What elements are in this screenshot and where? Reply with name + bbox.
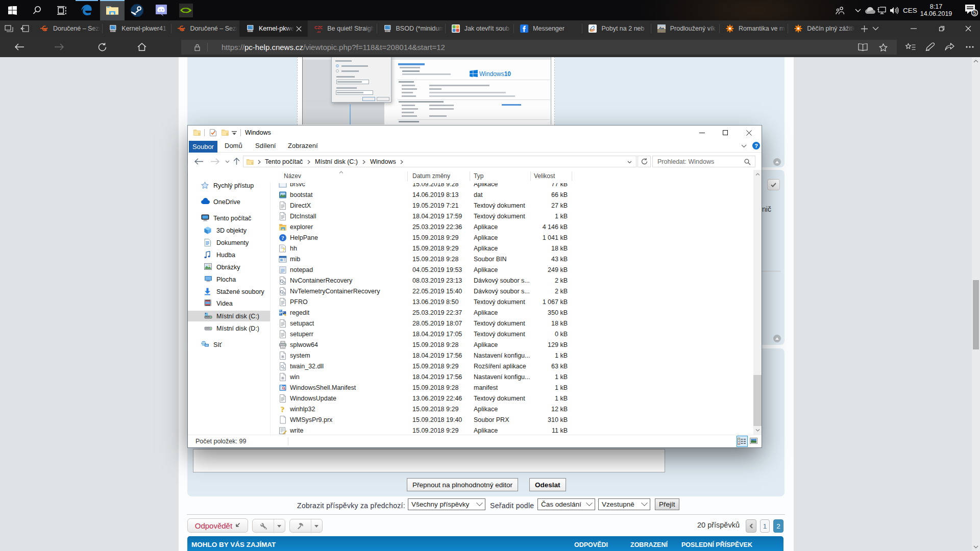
svg-text:?: ?	[280, 405, 284, 413]
svg-text:5: 5	[973, 10, 976, 16]
svg-text:?: ?	[281, 235, 284, 241]
svg-text:BP: BP	[590, 29, 595, 32]
svg-text:.cz: .cz	[316, 30, 321, 33]
svg-text:CZC: CZC	[314, 25, 323, 30]
svg-text:?: ?	[282, 246, 285, 253]
